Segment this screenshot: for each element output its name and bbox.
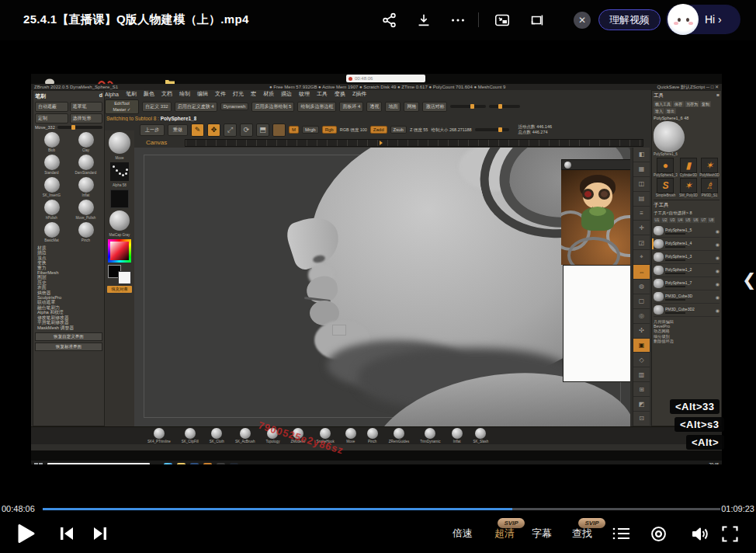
tool-thumbnail[interactable]: ▮ Cylinder3D xyxy=(678,158,699,177)
brush-thumbnail[interactable]: Clay xyxy=(69,131,102,153)
current-brush-icon[interactable] xyxy=(109,132,130,154)
shelf-slider[interactable] xyxy=(450,105,486,108)
strip-icon[interactable]: ▤ xyxy=(633,192,650,207)
assistant-pill[interactable]: Hi › xyxy=(666,5,740,34)
current-stroke-thumbnail[interactable] xyxy=(110,190,129,208)
zbrush-menu-item[interactable]: 纹理 xyxy=(299,90,310,98)
zbrush-menu-item[interactable]: 绘制 xyxy=(179,90,190,98)
redo-button[interactable]: 重做 xyxy=(168,124,188,136)
find-button[interactable]: 查找 xyxy=(572,527,592,541)
current-tool-row[interactable]: PolySphere1_6 48 xyxy=(654,116,720,121)
palette-button[interactable]: 自动遮蔽 xyxy=(35,102,68,112)
next-button[interactable] xyxy=(92,525,109,542)
strip-icon[interactable]: ▦ xyxy=(633,162,650,177)
subtool-row[interactable]: PolySphere1_2 ◉ xyxy=(654,264,720,277)
progress-bar[interactable] xyxy=(43,508,720,510)
edit-mode-button[interactable]: ✎ xyxy=(191,123,204,137)
palette-footer-button[interactable]: 恢复自定义界面 xyxy=(35,332,102,341)
cast-icon[interactable] xyxy=(527,10,547,30)
visibility-eye-icon[interactable]: ◉ xyxy=(716,308,720,313)
volume-icon[interactable] xyxy=(691,526,709,542)
draw-size[interactable]: 绘制大小 268.271188 xyxy=(431,127,471,133)
subtool-tab[interactable]: U6 xyxy=(692,217,699,223)
shelf-button[interactable]: 激活对称 xyxy=(422,102,447,112)
record-ring-icon[interactable] xyxy=(650,526,667,542)
zbrush-menu-item[interactable]: 工具 xyxy=(317,90,328,98)
quality-button[interactable]: 超清 xyxy=(494,527,515,541)
shelf-button[interactable]: 绘制多边形边框 xyxy=(297,102,336,112)
subtool-tab[interactable]: U8 xyxy=(708,217,715,223)
zbrush-menu-item[interactable]: 颜色 xyxy=(144,90,154,98)
current-material-icon[interactable] xyxy=(109,210,130,231)
shelf-brush[interactable]: Pinch xyxy=(367,428,378,443)
brush-thumbnail[interactable]: BasicMat xyxy=(35,221,68,243)
visibility-eye-icon[interactable]: ◉ xyxy=(716,255,720,260)
shelf-slider[interactable] xyxy=(489,105,520,108)
expand-panel-chevron[interactable]: ❮ xyxy=(742,270,756,290)
palette-footer-button[interactable]: 恢复标准界面 xyxy=(35,343,102,351)
strip-icon[interactable]: ▥ xyxy=(633,367,650,382)
brush-thumbnail[interactable]: Blob xyxy=(35,131,68,153)
shelf-brush[interactable]: SK4_PTrimline xyxy=(147,428,171,443)
strip-icon[interactable]: ✛ xyxy=(633,221,650,235)
rotate-button[interactable]: ⟳ xyxy=(240,123,253,137)
play-button[interactable] xyxy=(12,520,39,547)
tool-panel-button[interactable]: 保存 xyxy=(673,101,684,107)
understand-video-button[interactable]: 理解视频 xyxy=(598,9,661,30)
undo-button[interactable]: 上一步 xyxy=(140,124,165,136)
palette-corner[interactable]: d xyxy=(99,92,102,100)
strip-icon[interactable]: ◍ xyxy=(633,280,650,294)
z-intensity[interactable]: Z 强度 55 xyxy=(410,127,428,133)
zbrush-menu-item[interactable]: 编辑 xyxy=(197,90,208,98)
zbrush-menu-item[interactable]: 文档 xyxy=(161,90,172,98)
reference-panel-header[interactable] xyxy=(561,159,630,170)
subtool-row[interactable]: PolySphere1_3 ◉ xyxy=(654,251,720,264)
tool-panel-button[interactable]: 导出 xyxy=(665,108,676,114)
scale-button[interactable]: ⤢ xyxy=(224,123,237,137)
strip-icon[interactable]: ◲ xyxy=(633,235,650,250)
tool-panel-button[interactable]: 另存为 xyxy=(685,101,699,107)
zbrush-menu-item[interactable]: 文件 xyxy=(215,90,226,98)
previous-button[interactable] xyxy=(58,525,75,542)
palette-slider[interactable]: Move_332 xyxy=(35,125,102,130)
zbrush-task-icon[interactable]: Z xyxy=(230,463,238,465)
explorer-icon[interactable] xyxy=(177,463,186,465)
visibility-eye-icon[interactable]: ◉ xyxy=(716,228,720,234)
strip-icon-active[interactable]: ⇔ xyxy=(633,265,650,280)
strip-icon[interactable]: ⊡ xyxy=(633,412,650,426)
shelf-button[interactable]: 自定义 332 xyxy=(142,102,172,112)
zbrush-window-buttons[interactable]: QuickSave 默认ZScript ─ □ ✕ xyxy=(657,84,719,90)
strip-icon[interactable]: ◧ xyxy=(633,148,650,162)
subtitle-button[interactable]: 字幕 xyxy=(532,527,552,541)
strip-icon[interactable]: ◩ xyxy=(633,397,650,412)
rgb-intensity[interactable]: RGB 强度 100 xyxy=(340,127,367,133)
pressed-tool-button[interactable] xyxy=(272,123,286,137)
palette-button[interactable]: 遮罩笔 xyxy=(70,102,103,112)
video-frame[interactable]: 00:48:06 ZBrush 2022.0.5 DynaMesh_Sphere… xyxy=(31,74,722,464)
shelf-brush[interactable]: SK_Cloth xyxy=(210,428,224,443)
zbrush-menu-item[interactable]: Z插件 xyxy=(352,90,366,98)
subtool-row[interactable]: PolySphere1_5 ◉ xyxy=(654,224,720,238)
shelf-button[interactable]: 面板环 4 xyxy=(339,102,363,112)
subtool-tab[interactable]: U2 xyxy=(661,217,668,223)
shelf-button[interactable]: 启用自定义皮肤 4 xyxy=(175,102,217,112)
active-app-icon[interactable]: ◔ xyxy=(203,463,212,465)
subtool-row[interactable]: PM3D_Cube3D ◉ xyxy=(654,290,720,304)
fullscreen-icon[interactable] xyxy=(722,526,738,542)
brush-thumbnail[interactable]: DamStandard xyxy=(69,154,102,176)
subtool-tab[interactable]: U5 xyxy=(685,217,692,223)
close-icon[interactable]: ✕ xyxy=(574,12,591,29)
canvas-tab[interactable]: Canvas xyxy=(146,139,167,146)
transform-button[interactable]: ⬒ xyxy=(256,123,269,137)
sculpt-viewport[interactable] xyxy=(134,148,630,426)
tool-thumbnail[interactable]: ✶ SM_Poly3D xyxy=(678,178,699,197)
zbrush-menu-item[interactable]: 宏 xyxy=(251,90,256,98)
zadd-toggle[interactable]: Zadd xyxy=(370,126,387,134)
tool-thumbnail[interactable]: ● PolySphere1_3 xyxy=(654,158,678,177)
shelf-brush[interactable]: SK_AcBrush xyxy=(235,428,255,443)
mrgb-toggle[interactable]: Mrgb xyxy=(302,126,319,134)
visibility-eye-icon[interactable]: ◉ xyxy=(716,294,720,300)
taskbar-clock[interactable]: 20:462022/3/2 xyxy=(704,462,719,464)
tool-panel-button[interactable]: 载入工具 xyxy=(654,101,672,107)
shelf-button[interactable]: 启用多边形绘制 5 xyxy=(251,102,294,112)
